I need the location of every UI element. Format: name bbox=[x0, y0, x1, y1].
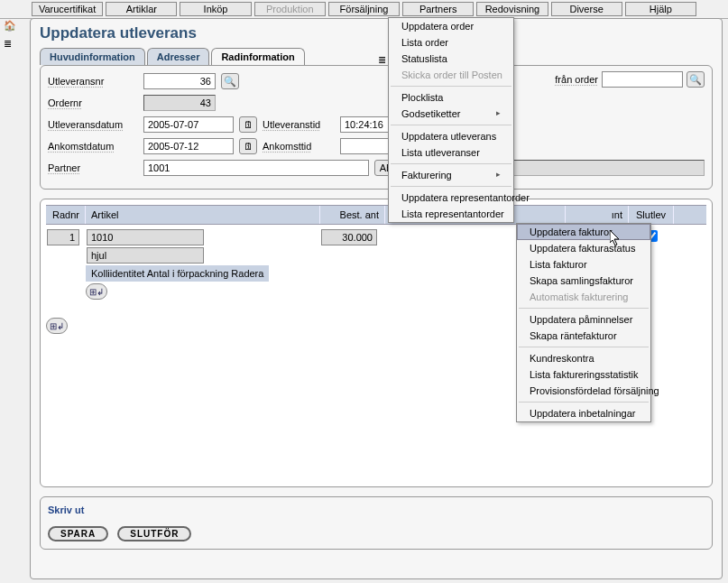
cell-best: 30.000 bbox=[321, 229, 377, 245]
ordernr-value: 43 bbox=[143, 95, 216, 111]
utleveranstid-label: Utleveranstid bbox=[263, 119, 335, 130]
menu-item[interactable]: Kundreskontra bbox=[517, 350, 650, 366]
menu-produktion: Produktion bbox=[254, 2, 326, 16]
fran-order-search-icon[interactable]: 🔍 bbox=[687, 71, 705, 88]
cell-artikel-code[interactable]: 1010 bbox=[87, 229, 204, 245]
menu-side-icon: ≣ bbox=[378, 54, 386, 66]
utleveransnr-search-icon[interactable]: 🔍 bbox=[221, 73, 239, 89]
menu-item[interactable]: Skapa räntefakturor bbox=[517, 328, 650, 344]
col-radnr[interactable]: Radnr bbox=[46, 206, 86, 224]
grid-add-row-icon[interactable]: ⊞↲ bbox=[46, 318, 68, 334]
row-sublabels: Kolliidentitet Antal i förpackning Rader… bbox=[86, 265, 269, 282]
fran-order-label: från order bbox=[555, 74, 598, 85]
row-add-icon[interactable]: ⊞↲ bbox=[86, 283, 107, 300]
partner-label: Partner bbox=[48, 162, 138, 173]
menu-hjalp[interactable]: Hjälp bbox=[625, 2, 696, 16]
menu-item[interactable]: Lista utleveranser bbox=[389, 144, 513, 161]
ordernr-label: Ordernr bbox=[48, 97, 138, 108]
tab-huvudinformation[interactable]: Huvudinformation bbox=[40, 48, 145, 65]
grid-header: Radnr Artikel Best. ant ınt Slutlev bbox=[46, 205, 706, 225]
menu-diverse[interactable]: Diverse bbox=[551, 2, 622, 16]
print-link[interactable]: Skriv ut bbox=[48, 504, 705, 515]
partner-input[interactable] bbox=[143, 160, 369, 176]
menu-varucertifikat[interactable]: Varucertifikat bbox=[32, 2, 103, 16]
menubar: Varucertifikat Artiklar Inköp Produktion… bbox=[0, 0, 728, 19]
menu-item[interactable]: Lista faktureringsstatistik bbox=[517, 366, 650, 383]
menu-partners[interactable]: Partners bbox=[402, 2, 474, 16]
cell-artikel-name: hjul bbox=[87, 247, 204, 264]
menu-item: Automatisk fakturering bbox=[517, 289, 650, 305]
menu-item[interactable]: Uppdatera fakturastatus bbox=[517, 240, 650, 256]
menu-item[interactable]: Uppdatera inbetalningar bbox=[517, 405, 650, 421]
ankomsttid-label: Ankomsttid bbox=[263, 141, 335, 152]
ankomstdatum-input[interactable] bbox=[143, 138, 234, 154]
utleveransnr-label: Utleveransnr bbox=[48, 76, 138, 87]
menu-item[interactable]: Uppdatera representantorder bbox=[389, 190, 513, 206]
menu-item[interactable]: Lista order bbox=[389, 34, 513, 51]
home-icon[interactable]: 🏠 bbox=[4, 20, 18, 34]
form-area: från order 🔍 Utleveransnr 🔍 Ordernr 43 U… bbox=[40, 65, 713, 190]
utleveransdatum-label: Utleveransdatum bbox=[48, 119, 138, 130]
ankomstdatum-label: Ankomstdatum bbox=[48, 141, 138, 152]
forsaljning-menu: Uppdatera orderLista orderStatuslistaSki… bbox=[388, 17, 514, 223]
col-best[interactable]: Best. ant bbox=[320, 206, 385, 224]
menu-forsaljning[interactable]: Försäljning bbox=[328, 2, 400, 16]
col-lnt[interactable]: ınt bbox=[566, 206, 629, 224]
menu-item[interactable]: Lista representantorder bbox=[389, 206, 513, 222]
menu-item[interactable]: Lista fakturor bbox=[517, 256, 650, 273]
fakturering-submenu: Uppdatera fakturorUppdatera fakturastatu… bbox=[516, 223, 651, 422]
save-button[interactable]: SPARA bbox=[48, 526, 108, 541]
menu-item[interactable]: Uppdatera påminnelser bbox=[517, 311, 650, 328]
footer-area: Skriv ut SPARA SLUTFÖR bbox=[40, 496, 713, 550]
tab-adresser[interactable]: Adresser bbox=[147, 48, 210, 65]
cell-radnr: 1 bbox=[47, 229, 79, 245]
menu-item[interactable]: Uppdatera fakturor bbox=[517, 224, 650, 240]
menu-redovisning[interactable]: Redovisning bbox=[476, 2, 548, 16]
menu-item[interactable]: Godsetiketter bbox=[389, 106, 513, 122]
menu-item[interactable]: Skapa samlingsfakturor bbox=[517, 273, 650, 289]
menu-artiklar[interactable]: Artiklar bbox=[106, 2, 177, 16]
menu-item: Skicka order till Posten bbox=[389, 67, 513, 83]
page-title: Uppdatera utleverans bbox=[40, 24, 713, 42]
utleveransnr-input[interactable] bbox=[143, 73, 216, 89]
menu-item[interactable]: Statuslista bbox=[389, 51, 513, 67]
menu-item[interactable]: Provisionsfördelad försäljning bbox=[517, 383, 650, 399]
tab-radinformation[interactable]: Radinformation bbox=[211, 48, 304, 65]
menu-item[interactable]: Uppdatera utleverans bbox=[389, 128, 513, 144]
ankomstdatum-calendar-icon[interactable]: 🗓 bbox=[239, 138, 257, 154]
utleveransdatum-calendar-icon[interactable]: 🗓 bbox=[239, 116, 257, 133]
col-slutlev[interactable]: Slutlev bbox=[629, 206, 674, 224]
fran-order-input[interactable] bbox=[602, 71, 683, 88]
left-toolbar: 🏠 ≣ bbox=[4, 20, 18, 52]
list-icon[interactable]: ≣ bbox=[4, 38, 18, 52]
finish-button[interactable]: SLUTFÖR bbox=[117, 526, 191, 541]
menu-item[interactable]: Fakturering bbox=[389, 167, 513, 183]
menu-inkop[interactable]: Inköp bbox=[180, 2, 251, 16]
menu-item[interactable]: Uppdatera order bbox=[389, 18, 513, 34]
tab-bar: Huvudinformation Adresser Radinformation bbox=[40, 48, 713, 65]
col-artikel[interactable]: Artikel bbox=[86, 206, 320, 224]
menu-item[interactable]: Plocklista bbox=[389, 89, 513, 106]
utleveransdatum-input[interactable] bbox=[143, 116, 234, 133]
